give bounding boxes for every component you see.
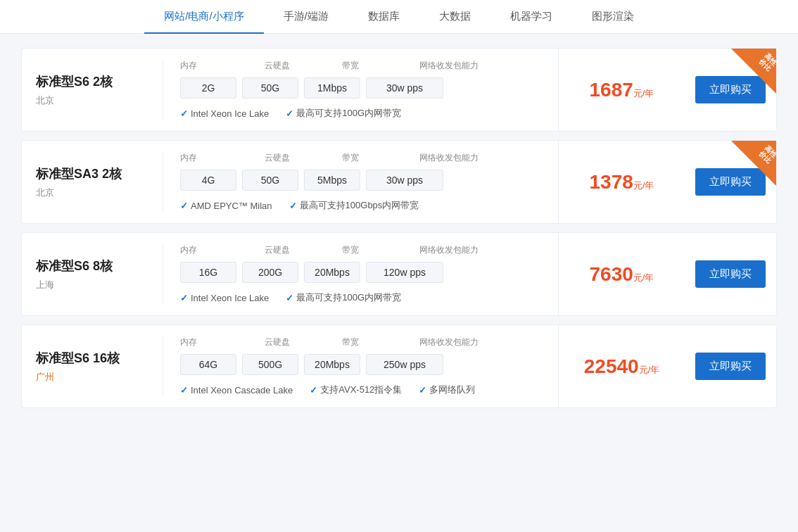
buy-button-p4[interactable]: 立即购买 [695, 353, 766, 380]
check-icon-0-p3: ✓ [180, 293, 188, 303]
check-icon-0-p1: ✓ [180, 108, 188, 119]
product-card-p1: 高性价比标准型S6 2核北京内存云硬盘带宽网络收发包能力2G50G1Mbps30… [21, 48, 777, 132]
feature-text-0-p2: AMD EPYC™ Milan [191, 201, 272, 211]
feature-2-p4: ✓多网络队列 [419, 384, 475, 396]
price-unit-p1: 元/年 [633, 88, 654, 99]
specs-features-p2: ✓AMD EPYC™ Milan✓最高可支持100Gbps内网带宽 [180, 199, 541, 212]
spec-memory-p4: 64G [180, 354, 236, 375]
spec-memory-p2: 4G [180, 170, 236, 191]
specs-values-p3: 16G200G20Mbps120w pps [180, 262, 541, 283]
product-name-p2: 标准型SA3 2核 [36, 165, 148, 182]
price-number-p4: 22540 [584, 355, 639, 377]
price-area-p3: 7630元/年 [558, 233, 685, 315]
specs-features-p4: ✓Intel Xeon Cascade Lake✓支持AVX-512指令集✓多网… [180, 384, 541, 396]
feature-text-1-p3: 最高可支持100G内网带宽 [296, 291, 401, 304]
nav-tab-database[interactable]: 数据库 [348, 0, 419, 33]
spec-bandwidth-p2: 5Mbps [304, 170, 360, 191]
specs-labels-p2: 内存云硬盘带宽网络收发包能力 [180, 152, 541, 164]
label-network_label-p1: 网络收发包能力 [419, 60, 525, 72]
check-icon-1-p2: ✓ [289, 201, 297, 211]
product-card-p2: 高性价比标准型SA3 2核北京内存云硬盘带宽网络收发包能力4G50G5Mbps3… [21, 140, 777, 224]
product-location-p1: 北京 [36, 94, 148, 107]
nav-tab-game[interactable]: 手游/端游 [264, 0, 348, 33]
product-info-p3: 标准型S6 8核上海 [22, 233, 163, 315]
product-name-p4: 标准型S6 16核 [36, 350, 148, 367]
spec-bandwidth-p3: 20Mbps [304, 262, 360, 283]
spec-network-p2: 30w pps [366, 170, 443, 191]
spec-network-p1: 30w pps [366, 77, 443, 99]
specs-values-p2: 4G50G5Mbps30w pps [180, 170, 541, 191]
price-value-p2: 1378元/年 [590, 171, 654, 194]
specs-p4: 内存云硬盘带宽网络收发包能力64G500G20Mbps250w pps✓Inte… [163, 325, 558, 407]
specs-labels-p3: 内存云硬盘带宽网络收发包能力 [180, 244, 541, 256]
feature-1-p4: ✓支持AVX-512指令集 [310, 384, 402, 396]
feature-0-p3: ✓Intel Xeon Ice Lake [180, 291, 269, 304]
specs-p3: 内存云硬盘带宽网络收发包能力16G200G20Mbps120w pps✓Inte… [163, 233, 558, 315]
spec-disk-p2: 50G [242, 170, 298, 191]
price-value-p3: 7630元/年 [590, 263, 654, 286]
specs-features-p1: ✓Intel Xeon Ice Lake✓最高可支持100G内网带宽 [180, 107, 541, 120]
product-location-p3: 上海 [36, 279, 148, 291]
feature-text-1-p1: 最高可支持100G内网带宽 [296, 107, 401, 120]
action-area-p2: 立即购买 [685, 141, 776, 223]
label-network_label-p3: 网络收发包能力 [419, 244, 525, 256]
spec-network-p3: 120w pps [366, 262, 443, 283]
feature-text-2-p4: 多网络队列 [429, 384, 475, 396]
price-number-p2: 1378 [590, 171, 633, 193]
specs-p1: 内存云硬盘带宽网络收发包能力2G50G1Mbps30w pps✓Intel Xe… [163, 49, 558, 131]
buy-button-p3[interactable]: 立即购买 [695, 260, 766, 288]
buy-button-p2[interactable]: 立即购买 [695, 168, 766, 196]
feature-0-p4: ✓Intel Xeon Cascade Lake [180, 384, 293, 396]
specs-p2: 内存云硬盘带宽网络收发包能力4G50G5Mbps30w pps✓AMD EPYC… [163, 141, 558, 223]
specs-labels-p1: 内存云硬盘带宽网络收发包能力 [180, 60, 541, 72]
product-info-p2: 标准型SA3 2核北京 [22, 141, 163, 223]
nav-tabs: 网站/电商/小程序手游/端游数据库大数据机器学习图形渲染 [0, 0, 798, 34]
label-bandwidth_label-p1: 带宽 [342, 60, 419, 72]
spec-memory-p3: 16G [180, 262, 236, 283]
price-value-p1: 1687元/年 [590, 79, 654, 101]
label-bandwidth_label-p4: 带宽 [342, 336, 419, 348]
price-area-p2: 1378元/年 [558, 141, 685, 223]
specs-values-p1: 2G50G1Mbps30w pps [180, 77, 541, 99]
product-info-p1: 标准型S6 2核北京 [22, 49, 163, 131]
label-disk_label-p1: 云硬盘 [265, 60, 342, 72]
check-icon-1-p3: ✓ [286, 293, 293, 303]
price-number-p1: 1687 [590, 79, 633, 101]
feature-text-0-p3: Intel Xeon Ice Lake [191, 293, 269, 303]
feature-text-1-p2: 最高可支持100Gbps内网带宽 [300, 199, 419, 212]
price-area-p1: 1687元/年 [558, 49, 685, 131]
feature-text-1-p4: 支持AVX-512指令集 [320, 384, 402, 396]
nav-tab-ml[interactable]: 机器学习 [490, 0, 572, 33]
content-area: 高性价比标准型S6 2核北京内存云硬盘带宽网络收发包能力2G50G1Mbps30… [0, 34, 798, 431]
product-card-p3: 标准型S6 8核上海内存云硬盘带宽网络收发包能力16G200G20Mbps120… [21, 232, 777, 316]
feature-0-p2: ✓AMD EPYC™ Milan [180, 199, 272, 212]
label-memory_label-p2: 内存 [180, 152, 265, 164]
price-area-p4: 22540元/年 [558, 325, 685, 407]
price-number-p3: 7630 [590, 263, 633, 285]
spec-disk-p3: 200G [242, 262, 298, 283]
feature-1-p2: ✓最高可支持100Gbps内网带宽 [289, 199, 419, 212]
label-bandwidth_label-p2: 带宽 [342, 152, 419, 164]
specs-values-p4: 64G500G20Mbps250w pps [180, 354, 541, 375]
label-bandwidth_label-p3: 带宽 [342, 244, 419, 256]
check-icon-1-p4: ✓ [310, 385, 317, 395]
nav-tab-website[interactable]: 网站/电商/小程序 [144, 0, 263, 33]
label-disk_label-p2: 云硬盘 [265, 152, 342, 164]
nav-tab-bigdata[interactable]: 大数据 [419, 0, 490, 33]
buy-button-p1[interactable]: 立即购买 [695, 76, 766, 103]
check-icon-1-p1: ✓ [286, 108, 293, 119]
product-name-p1: 标准型S6 2核 [36, 73, 148, 90]
feature-1-p3: ✓最高可支持100G内网带宽 [286, 291, 401, 304]
spec-bandwidth-p1: 1Mbps [304, 77, 360, 99]
specs-labels-p4: 内存云硬盘带宽网络收发包能力 [180, 336, 541, 348]
label-disk_label-p3: 云硬盘 [265, 244, 342, 256]
nav-tab-gpu[interactable]: 图形渲染 [572, 0, 654, 33]
label-network_label-p4: 网络收发包能力 [419, 336, 525, 348]
action-area-p3: 立即购买 [685, 233, 776, 315]
feature-text-0-p4: Intel Xeon Cascade Lake [191, 385, 293, 395]
label-network_label-p2: 网络收发包能力 [419, 152, 525, 164]
spec-network-p4: 250w pps [366, 354, 443, 375]
price-unit-p4: 元/年 [639, 365, 660, 375]
label-memory_label-p1: 内存 [180, 60, 265, 72]
action-area-p1: 立即购买 [685, 49, 776, 131]
